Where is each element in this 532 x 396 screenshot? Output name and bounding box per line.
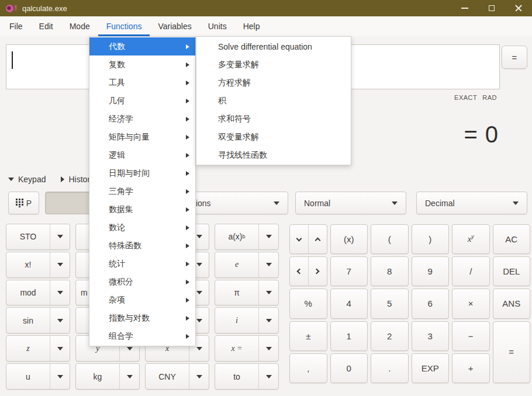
key-ans[interactable]: ANS xyxy=(493,289,531,318)
close-button[interactable] xyxy=(505,0,532,16)
functions-menu-item-4[interactable]: 经济学 xyxy=(89,110,195,128)
dropdown-arrow-icon[interactable] xyxy=(50,364,70,389)
key-var-z[interactable]: z xyxy=(6,335,70,362)
functions-menu-item-6[interactable]: 逻辑 xyxy=(89,146,195,164)
dropdown-arrow-icon[interactable] xyxy=(50,280,70,305)
minimize-button[interactable] xyxy=(451,0,478,16)
functions-menu-item-15[interactable]: 指数与对数 xyxy=(89,309,195,327)
menubar-item-edit[interactable]: Edit xyxy=(31,16,61,36)
key-equals[interactable]: = xyxy=(493,321,531,383)
maximize-button[interactable] xyxy=(478,0,505,16)
key-mod[interactable]: mod xyxy=(6,280,70,306)
key-to[interactable]: to xyxy=(215,363,279,390)
dropdown-arrow-icon[interactable] xyxy=(50,224,70,249)
algebra-submenu-item-2[interactable]: 方程求解 xyxy=(196,74,351,92)
dropdown-arrow-icon[interactable] xyxy=(258,336,278,361)
key-unit-cny[interactable]: CNY xyxy=(145,363,209,390)
dropdown-arrow-icon[interactable] xyxy=(258,280,278,305)
functions-menu-item-13[interactable]: 微积分 xyxy=(89,273,195,291)
key-plus[interactable]: + xyxy=(452,353,490,383)
functions-menu-item-16[interactable]: 组合学 xyxy=(89,327,195,345)
dropdown-arrow-icon[interactable] xyxy=(50,336,70,361)
key-digit-7[interactable]: 7 xyxy=(330,256,368,286)
key-comma[interactable]: , xyxy=(289,353,327,383)
menubar-item-variables[interactable]: Variables xyxy=(150,16,199,36)
functions-menu-item-2[interactable]: 工具 xyxy=(89,74,195,92)
menubar-item-mode[interactable]: Mode xyxy=(61,16,98,36)
key-power-a-x-b[interactable]: a(x)b xyxy=(215,224,279,250)
key-digit-8[interactable]: 8 xyxy=(371,256,409,286)
key-x-equals[interactable]: x = xyxy=(215,335,279,362)
functions-menu-item-9[interactable]: 数据集 xyxy=(89,200,195,218)
dropdown-arrow-icon[interactable] xyxy=(258,224,278,249)
key-digit-6[interactable]: 6 xyxy=(412,289,450,318)
algebra-submenu-item-1[interactable]: 多变量求解 xyxy=(196,55,351,74)
calculate-button[interactable]: = xyxy=(502,46,527,69)
menubar-item-help[interactable]: Help xyxy=(235,16,268,36)
algebra-submenu-item-4[interactable]: 求和符号 xyxy=(196,110,351,128)
key-cursor-left-right[interactable] xyxy=(289,256,327,286)
key-del[interactable]: DEL xyxy=(493,256,531,286)
key-pi[interactable]: π xyxy=(215,280,279,306)
dropdown-arrow-icon[interactable] xyxy=(50,308,70,333)
key-digit-3[interactable]: 3 xyxy=(412,321,450,351)
menubar-item-units[interactable]: Units xyxy=(200,16,235,36)
key-paren-open[interactable]: ( xyxy=(371,224,409,254)
key-unit-u[interactable]: u xyxy=(6,363,70,390)
dropdown-arrow-icon[interactable] xyxy=(258,364,278,389)
functions-menu-item-8[interactable]: 三角学 xyxy=(89,182,195,200)
key-decimal-point[interactable]: . xyxy=(371,353,409,383)
menubar-item-functions[interactable]: Functions xyxy=(98,16,150,36)
key-exp[interactable]: EXP xyxy=(412,353,450,383)
key-unit-kg[interactable]: kg xyxy=(75,363,140,390)
dropdown-arrow-icon[interactable] xyxy=(50,252,70,277)
functions-menu-item-5[interactable]: 矩阵与向量 xyxy=(89,128,195,146)
key-digit-1[interactable]: 1 xyxy=(330,321,368,351)
key-sin[interactable]: sin xyxy=(6,307,70,334)
menubar-item-file[interactable]: File xyxy=(1,16,31,36)
functions-menu-item-3[interactable]: 几何 xyxy=(89,92,195,110)
key-sto[interactable]: STO xyxy=(6,224,70,250)
key-ac[interactable]: AC xyxy=(493,224,531,254)
key-digit-0[interactable]: 0 xyxy=(330,353,368,383)
functions-menu-item-7[interactable]: 日期与时间 xyxy=(89,164,195,182)
key-scroll-up-down[interactable] xyxy=(289,224,327,254)
display-mode-dropdown[interactable]: Normal xyxy=(295,192,406,214)
left-chevron-button[interactable] xyxy=(290,257,308,286)
key-digit-5[interactable]: 5 xyxy=(371,289,409,318)
keypad-mode-button[interactable]: P xyxy=(8,192,39,214)
key-imaginary-i[interactable]: i xyxy=(215,307,279,334)
dropdown-arrow-icon[interactable] xyxy=(119,364,139,389)
number-base-dropdown[interactable]: Decimal xyxy=(416,192,527,214)
functions-menu-item-1[interactable]: 复数 xyxy=(89,55,195,74)
functions-menu-item-11[interactable]: 特殊函数 xyxy=(89,237,195,255)
key-plus-minus[interactable]: ± xyxy=(289,321,327,351)
functions-menu-item-12[interactable]: 统计 xyxy=(89,255,195,273)
key-multiply[interactable]: × xyxy=(452,289,490,318)
key-power[interactable]: xy xyxy=(452,224,490,254)
key-e-constant[interactable]: e xyxy=(215,252,279,278)
key-digit-9[interactable]: 9 xyxy=(412,256,450,286)
functions-menu-item-14[interactable]: 杂项 xyxy=(89,291,195,309)
key-digit-2[interactable]: 2 xyxy=(371,321,409,351)
key-factorial[interactable]: x! xyxy=(6,252,70,278)
key-paren-close[interactable]: ) xyxy=(412,224,450,254)
dropdown-arrow-icon[interactable] xyxy=(258,308,278,333)
right-chevron-button[interactable] xyxy=(308,257,327,286)
keypad-expander[interactable]: Keypad xyxy=(8,175,46,184)
functions-menu-item-0[interactable]: 代数 xyxy=(89,37,195,55)
algebra-submenu-item-6[interactable]: 寻找线性函数 xyxy=(196,146,351,164)
dropdown-arrow-icon[interactable] xyxy=(189,364,209,389)
up-chevron-button[interactable] xyxy=(308,225,327,253)
down-chevron-button[interactable] xyxy=(290,225,308,253)
key-divide[interactable]: / xyxy=(452,256,490,286)
algebra-submenu-item-5[interactable]: 双变量求解 xyxy=(196,128,351,146)
algebra-submenu-item-0[interactable]: Solve differential equation xyxy=(196,37,351,55)
functions-menu-item-10[interactable]: 数论 xyxy=(89,218,195,237)
key-digit-4[interactable]: 4 xyxy=(330,289,368,318)
algebra-submenu-item-3[interactable]: 积 xyxy=(196,92,351,110)
key-minus[interactable]: − xyxy=(452,321,490,351)
key-percent[interactable]: % xyxy=(289,289,327,318)
dropdown-arrow-icon[interactable] xyxy=(258,252,278,277)
key-x-function[interactable]: (x) xyxy=(330,224,368,254)
